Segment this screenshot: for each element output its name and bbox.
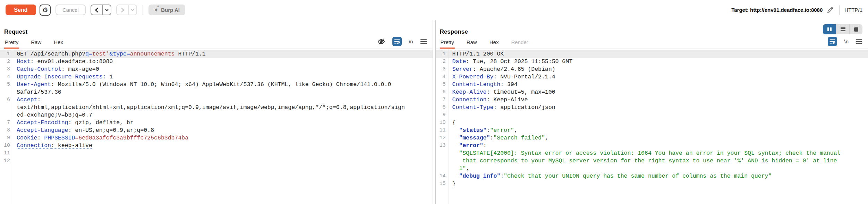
cancel-button[interactable]: Cancel	[56, 5, 86, 15]
editor-menu-button[interactable]	[420, 39, 427, 44]
forward-button[interactable]	[117, 5, 128, 15]
code-line: 4X-Powered-By: NVU-Portal/2.1.4	[436, 73, 868, 81]
line-number: 1	[436, 50, 449, 58]
request-tabbar: PrettyRawHex \n	[0, 36, 433, 49]
line-number: 8	[0, 127, 13, 134]
tab-hex[interactable]: Hex	[489, 36, 500, 49]
code-line: 7Accept-Encoding: gzip, deflate, br	[0, 119, 433, 127]
single-pane-layout-icon	[854, 27, 858, 32]
code-line: 12	[0, 157, 433, 165]
code-line: 11	[0, 150, 433, 157]
layout-switcher	[823, 24, 862, 34]
line-number	[0, 111, 13, 119]
back-button[interactable]	[91, 5, 102, 15]
code-line: 9	[436, 111, 868, 119]
request-settings-gear-button[interactable]: ⚙	[40, 5, 51, 16]
code-line: 15}	[436, 180, 868, 188]
forward-dropdown-button[interactable]	[128, 5, 136, 15]
line-number	[0, 88, 13, 96]
repeater-main: Request PrettyRawHex \n 1GET /api/search…	[0, 20, 868, 204]
request-editor[interactable]: 1GET /api/search.php?q=test'&type=announ…	[0, 49, 433, 204]
line-number: 12	[0, 157, 13, 165]
chevron-down-icon	[105, 8, 109, 12]
code-line: 6Accept:	[0, 96, 433, 104]
tab-pretty[interactable]: Pretty	[440, 36, 455, 49]
line-number: 5	[436, 81, 449, 88]
line-number: 1	[0, 50, 13, 58]
http-version-selector[interactable]: HTTP/1	[840, 7, 862, 13]
line-number: 15	[436, 180, 449, 188]
line-number: 7	[0, 119, 13, 127]
line-number: 2	[436, 58, 449, 66]
line-number: 6	[436, 88, 449, 96]
line-number	[0, 104, 13, 111]
code-line: 12 "message":"Search failed",	[436, 134, 868, 142]
line-number: 5	[0, 81, 13, 88]
pencil-icon	[827, 7, 834, 14]
line-number	[436, 150, 449, 157]
edit-target-pencil-button[interactable]	[827, 7, 834, 14]
tab-raw[interactable]: Raw	[30, 36, 42, 49]
code-line: 9Cookie: PHPSESSID=6ed8a3afcfc3a9bfffc72…	[0, 134, 433, 142]
line-number: 9	[436, 111, 449, 119]
show-newlines-toggle[interactable]: \n	[409, 39, 413, 44]
back-dropdown-button[interactable]	[102, 5, 111, 15]
response-pane-title: Response	[436, 20, 868, 36]
line-number	[436, 165, 449, 172]
layout-single-button[interactable]	[849, 24, 862, 34]
code-line: "SQLSTATE[42000]: Syntax error or access…	[436, 150, 868, 157]
history-back-group	[91, 5, 111, 15]
code-line: text/html,application/xhtml+xml,applicat…	[0, 104, 433, 111]
chevron-down-icon	[130, 8, 135, 12]
burp-ai-button[interactable]: ✦✦ Burp AI	[148, 5, 185, 15]
code-line: 7Connection: Keep-Alive	[436, 96, 868, 104]
line-number: 3	[436, 66, 449, 73]
code-line: 5User-Agent: Mozilla/5.0 (Windows NT 10.…	[0, 81, 433, 88]
word-wrap-toggle-button[interactable]	[392, 37, 402, 46]
word-wrap-icon	[829, 39, 835, 44]
repeater-toolbar: Send ⚙ Cancel ✦✦ Burp AI Target: http://…	[0, 0, 868, 20]
code-line: 11 "status":"error",	[436, 127, 868, 134]
code-line: that corresponds to your MySQL server ve…	[436, 157, 868, 165]
response-editor-icons: \n	[821, 37, 862, 49]
code-line: 14 "debug_info":"Check that your UNION q…	[436, 172, 868, 180]
code-line: 6Keep-Alive: timeout=5, max=100	[436, 88, 868, 96]
line-number: 12	[436, 134, 449, 142]
code-line: Safari/537.36	[0, 88, 433, 96]
eye-off-icon	[377, 38, 385, 45]
line-number: 13	[436, 142, 449, 150]
response-pane: Response PrettyRawHexRender \n 1HTTP/1.1…	[435, 20, 868, 204]
history-forward-group	[116, 5, 137, 15]
request-editor-icons: \n	[370, 37, 427, 49]
response-tabbar: PrettyRawHexRender \n	[436, 36, 868, 49]
code-line: 1HTTP/1.1 200 OK	[436, 50, 868, 58]
send-button[interactable]: Send	[6, 5, 36, 15]
line-number: 6	[0, 96, 13, 104]
hide-nonprintable-button[interactable]	[377, 38, 385, 45]
request-pane-title: Request	[0, 20, 433, 36]
code-line: 8Content-Type: application/json	[436, 104, 868, 111]
tab-pretty[interactable]: Pretty	[4, 36, 19, 49]
tab-hex[interactable]: Hex	[53, 36, 64, 49]
code-line: 10Connection: keep-alive	[0, 142, 433, 150]
response-editor[interactable]: 1HTTP/1.1 200 OK2Date: Tue, 28 Oct 2025 …	[436, 49, 868, 204]
chevron-left-icon	[94, 7, 99, 13]
code-line: 1",	[436, 165, 868, 172]
code-line: 13 "error":	[436, 142, 868, 150]
show-newlines-toggle[interactable]: \n	[844, 39, 849, 44]
layout-columns-button[interactable]	[823, 24, 836, 34]
line-number: 11	[436, 127, 449, 134]
chevron-right-icon	[120, 7, 125, 13]
editor-menu-button[interactable]	[856, 39, 862, 44]
line-number: 4	[436, 73, 449, 81]
gear-icon: ⚙	[42, 6, 48, 14]
code-line: 4Upgrade-Insecure-Requests: 1	[0, 73, 433, 81]
tab-render[interactable]: Render	[510, 36, 529, 49]
code-line: 2Date: Tue, 28 Oct 2025 11:55:50 GMT	[436, 58, 868, 66]
line-number	[436, 157, 449, 165]
tab-raw[interactable]: Raw	[466, 36, 478, 49]
request-tabs: PrettyRawHex	[4, 36, 75, 49]
response-tabs: PrettyRawHexRender	[440, 36, 540, 49]
layout-rows-button[interactable]	[836, 24, 849, 34]
word-wrap-toggle-button[interactable]	[828, 37, 837, 46]
